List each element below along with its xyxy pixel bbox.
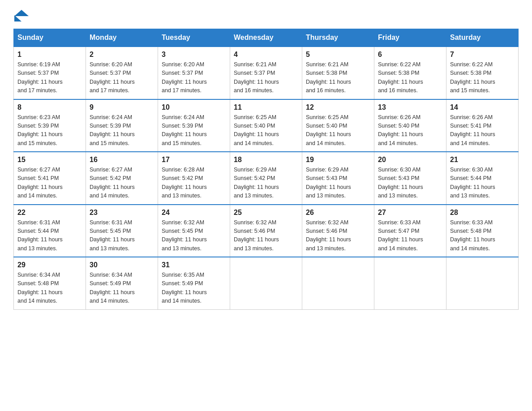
- day-number: 8: [17, 103, 82, 111]
- calendar-cell: 21 Sunrise: 6:30 AMSunset: 5:44 PMDaylig…: [446, 152, 519, 205]
- day-info: Sunrise: 6:29 AMSunset: 5:43 PMDaylight:…: [306, 167, 351, 199]
- calendar-cell: 23 Sunrise: 6:31 AMSunset: 5:45 PMDaylig…: [86, 205, 158, 257]
- day-info: Sunrise: 6:34 AMSunset: 5:49 PMDaylight:…: [90, 272, 135, 304]
- day-info: Sunrise: 6:24 AMSunset: 5:39 PMDaylight:…: [162, 114, 207, 146]
- calendar-cell: 13 Sunrise: 6:26 AMSunset: 5:40 PMDaylig…: [374, 99, 446, 152]
- calendar-cell: 6 Sunrise: 6:22 AMSunset: 5:38 PMDayligh…: [374, 47, 446, 99]
- calendar-cell: 12 Sunrise: 6:25 AMSunset: 5:40 PMDaylig…: [302, 99, 374, 152]
- day-number: 1: [17, 51, 82, 59]
- calendar-cell: 27 Sunrise: 6:33 AMSunset: 5:47 PMDaylig…: [374, 205, 446, 257]
- day-number: 12: [306, 103, 370, 111]
- calendar-cell: 24 Sunrise: 6:32 AMSunset: 5:45 PMDaylig…: [158, 205, 230, 257]
- day-number: 29: [17, 261, 82, 269]
- calendar-cell: 30 Sunrise: 6:34 AMSunset: 5:49 PMDaylig…: [86, 257, 158, 309]
- day-number: 21: [450, 156, 515, 164]
- day-info: Sunrise: 6:32 AMSunset: 5:45 PMDaylight:…: [162, 219, 207, 252]
- calendar-cell: 7 Sunrise: 6:22 AMSunset: 5:38 PMDayligh…: [446, 47, 519, 99]
- day-number: 30: [90, 261, 154, 269]
- calendar-cell: 15 Sunrise: 6:27 AMSunset: 5:41 PMDaylig…: [14, 152, 86, 205]
- day-number: 2: [90, 51, 154, 59]
- day-info: Sunrise: 6:20 AMSunset: 5:37 PMDaylight:…: [162, 61, 207, 94]
- calendar-cell: 1 Sunrise: 6:19 AMSunset: 5:37 PMDayligh…: [14, 47, 86, 99]
- day-number: 25: [234, 209, 298, 217]
- day-info: Sunrise: 6:28 AMSunset: 5:42 PMDaylight:…: [162, 167, 207, 199]
- weekday-header-saturday: Saturday: [446, 29, 519, 47]
- calendar-cell: 11 Sunrise: 6:25 AMSunset: 5:40 PMDaylig…: [230, 99, 302, 152]
- day-number: 3: [162, 51, 226, 59]
- day-number: 17: [162, 156, 226, 164]
- day-number: 6: [378, 51, 442, 59]
- day-number: 16: [90, 156, 154, 164]
- calendar-week-row: 15 Sunrise: 6:27 AMSunset: 5:41 PMDaylig…: [14, 152, 519, 205]
- day-info: Sunrise: 6:22 AMSunset: 5:38 PMDaylight:…: [378, 61, 423, 94]
- calendar-cell: 16 Sunrise: 6:27 AMSunset: 5:42 PMDaylig…: [86, 152, 158, 205]
- day-number: 23: [90, 209, 154, 217]
- calendar-cell: [446, 257, 519, 309]
- calendar-week-row: 29 Sunrise: 6:34 AMSunset: 5:48 PMDaylig…: [14, 257, 519, 309]
- day-number: 27: [378, 209, 442, 217]
- day-info: Sunrise: 6:31 AMSunset: 5:45 PMDaylight:…: [90, 219, 135, 252]
- weekday-header-friday: Friday: [374, 29, 446, 47]
- day-number: 15: [17, 156, 82, 164]
- day-number: 31: [162, 261, 226, 269]
- day-info: Sunrise: 6:27 AMSunset: 5:42 PMDaylight:…: [90, 167, 135, 199]
- day-number: 18: [234, 156, 298, 164]
- calendar-cell: 9 Sunrise: 6:24 AMSunset: 5:39 PMDayligh…: [86, 99, 158, 152]
- day-number: 9: [90, 103, 154, 111]
- calendar-cell: 31 Sunrise: 6:35 AMSunset: 5:49 PMDaylig…: [158, 257, 230, 309]
- calendar-cell: 18 Sunrise: 6:29 AMSunset: 5:42 PMDaylig…: [230, 152, 302, 205]
- calendar-cell: 29 Sunrise: 6:34 AMSunset: 5:48 PMDaylig…: [14, 257, 86, 309]
- day-info: Sunrise: 6:30 AMSunset: 5:43 PMDaylight:…: [378, 167, 423, 199]
- calendar-cell: 22 Sunrise: 6:31 AMSunset: 5:44 PMDaylig…: [14, 205, 86, 257]
- day-info: Sunrise: 6:21 AMSunset: 5:37 PMDaylight:…: [234, 61, 279, 94]
- calendar-cell: 5 Sunrise: 6:21 AMSunset: 5:38 PMDayligh…: [302, 47, 374, 99]
- calendar-cell: 17 Sunrise: 6:28 AMSunset: 5:42 PMDaylig…: [158, 152, 230, 205]
- day-info: Sunrise: 6:33 AMSunset: 5:47 PMDaylight:…: [378, 219, 423, 252]
- day-info: Sunrise: 6:22 AMSunset: 5:38 PMDaylight:…: [450, 61, 495, 94]
- calendar-cell: 8 Sunrise: 6:23 AMSunset: 5:39 PMDayligh…: [14, 99, 86, 152]
- calendar-cell: 20 Sunrise: 6:30 AMSunset: 5:43 PMDaylig…: [374, 152, 446, 205]
- day-info: Sunrise: 6:26 AMSunset: 5:40 PMDaylight:…: [378, 114, 423, 146]
- day-info: Sunrise: 6:25 AMSunset: 5:40 PMDaylight:…: [234, 114, 279, 146]
- calendar-week-row: 22 Sunrise: 6:31 AMSunset: 5:44 PMDaylig…: [14, 205, 519, 257]
- day-info: Sunrise: 6:24 AMSunset: 5:39 PMDaylight:…: [90, 114, 135, 146]
- day-number: 7: [450, 51, 515, 59]
- day-number: 11: [234, 103, 298, 111]
- weekday-header-monday: Monday: [86, 29, 158, 47]
- day-number: 5: [306, 51, 370, 59]
- weekday-header-thursday: Thursday: [302, 29, 374, 47]
- calendar-table: SundayMondayTuesdayWednesdayThursdayFrid…: [13, 29, 519, 310]
- day-info: Sunrise: 6:21 AMSunset: 5:38 PMDaylight:…: [306, 61, 351, 94]
- day-info: Sunrise: 6:29 AMSunset: 5:42 PMDaylight:…: [234, 167, 279, 199]
- day-number: 28: [450, 209, 515, 217]
- day-info: Sunrise: 6:31 AMSunset: 5:44 PMDaylight:…: [17, 219, 63, 252]
- weekday-header-row: SundayMondayTuesdayWednesdayThursdayFrid…: [14, 29, 519, 47]
- day-info: Sunrise: 6:32 AMSunset: 5:46 PMDaylight:…: [234, 219, 279, 252]
- day-info: Sunrise: 6:25 AMSunset: 5:40 PMDaylight:…: [306, 114, 351, 146]
- calendar-cell: 25 Sunrise: 6:32 AMSunset: 5:46 PMDaylig…: [230, 205, 302, 257]
- day-number: 24: [162, 209, 226, 217]
- day-info: Sunrise: 6:34 AMSunset: 5:48 PMDaylight:…: [17, 272, 63, 304]
- weekday-header-wednesday: Wednesday: [230, 29, 302, 47]
- day-number: 22: [17, 209, 82, 217]
- calendar-cell: 19 Sunrise: 6:29 AMSunset: 5:43 PMDaylig…: [302, 152, 374, 205]
- day-info: Sunrise: 6:19 AMSunset: 5:37 PMDaylight:…: [17, 61, 63, 94]
- calendar-cell: [302, 257, 374, 309]
- day-number: 26: [306, 209, 370, 217]
- calendar-cell: 2 Sunrise: 6:20 AMSunset: 5:37 PMDayligh…: [86, 47, 158, 99]
- day-info: Sunrise: 6:20 AMSunset: 5:37 PMDaylight:…: [90, 61, 135, 94]
- calendar-cell: 3 Sunrise: 6:20 AMSunset: 5:37 PMDayligh…: [158, 47, 230, 99]
- day-info: Sunrise: 6:23 AMSunset: 5:39 PMDaylight:…: [17, 114, 63, 146]
- calendar-cell: 14 Sunrise: 6:26 AMSunset: 5:41 PMDaylig…: [446, 99, 519, 152]
- calendar-cell: 10 Sunrise: 6:24 AMSunset: 5:39 PMDaylig…: [158, 99, 230, 152]
- calendar-week-row: 1 Sunrise: 6:19 AMSunset: 5:37 PMDayligh…: [14, 47, 519, 99]
- day-info: Sunrise: 6:27 AMSunset: 5:41 PMDaylight:…: [17, 167, 63, 199]
- day-number: 14: [450, 103, 515, 111]
- weekday-header-sunday: Sunday: [14, 29, 86, 47]
- day-number: 10: [162, 103, 226, 111]
- day-number: 20: [378, 156, 442, 164]
- day-number: 13: [378, 103, 442, 111]
- header: [13, 9, 519, 20]
- day-info: Sunrise: 6:32 AMSunset: 5:46 PMDaylight:…: [306, 219, 351, 252]
- calendar-week-row: 8 Sunrise: 6:23 AMSunset: 5:39 PMDayligh…: [14, 99, 519, 152]
